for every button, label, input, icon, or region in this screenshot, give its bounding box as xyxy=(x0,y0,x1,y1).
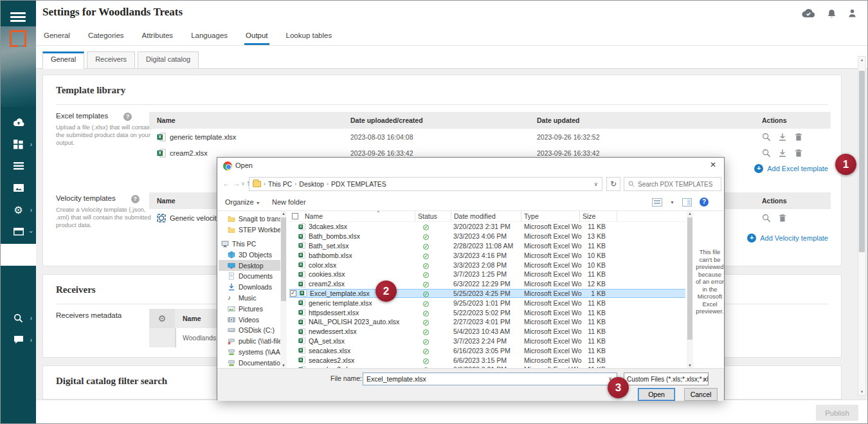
dialog-sidebar-desktop[interactable]: Desktop xyxy=(219,260,280,271)
sidebar-active-item[interactable] xyxy=(1,244,36,266)
content-scrollbar[interactable]: ▲ ▼ xyxy=(858,56,866,396)
file-row-bath-set-xlsx[interactable]: XBath_set.xlsx ✓ 2/28/2023 11:08 AM Micr… xyxy=(289,241,685,251)
dialog-sidebar-downloads[interactable]: Downloads xyxy=(219,282,280,293)
new-folder-button[interactable]: New folder xyxy=(272,198,306,206)
sidebar-item-image[interactable] xyxy=(1,177,36,199)
preview-template-icon[interactable] xyxy=(762,214,771,223)
notifications-bell-icon[interactable] xyxy=(827,8,836,19)
preview-template-icon[interactable] xyxy=(762,149,771,158)
sidebar-item-search[interactable]: › xyxy=(1,307,36,329)
file-checkbox[interactable] xyxy=(290,290,296,297)
file-type-select[interactable]: Custom Files (*.xls;*.xlsx;*.xlsm∨ xyxy=(624,373,709,385)
dialog-sidebar-documentation[interactable]: Documentation' xyxy=(219,357,280,368)
excel-template-row[interactable]: Xgeneric template.xlsx 2023-08-03 16:04:… xyxy=(149,129,831,145)
refresh-icon[interactable]: ↻ xyxy=(606,177,620,191)
delete-trash-icon[interactable] xyxy=(794,149,803,158)
sidebar-item-list[interactable] xyxy=(1,155,36,177)
tab-output[interactable]: Output xyxy=(244,27,269,45)
tab-attributes[interactable]: Attributes xyxy=(141,27,175,45)
dialog-help-icon[interactable]: ? xyxy=(700,198,709,207)
organize-menu[interactable]: Organize ▼ xyxy=(225,198,260,206)
sidebar-item-cloud-upload[interactable] xyxy=(1,111,36,133)
file-row-color-xlsx[interactable]: Xcolor.xlsx ✓ 3/3/2023 2:08 PM Microsoft… xyxy=(289,260,685,270)
date-updated: 2023-09-26 16:32:52 xyxy=(537,133,762,141)
user-profile-icon[interactable] xyxy=(847,8,857,19)
list-scrollbar[interactable]: ▲ ▼ xyxy=(687,211,693,368)
file-row-excel-template-xlsx[interactable]: XExcel_template.xlsx ✓ 5/25/2023 4:25 PM… xyxy=(289,289,685,299)
help-icon[interactable]: ? xyxy=(123,113,132,121)
dialog-sidebar-systems-aar[interactable]: systems (\\AAR- xyxy=(219,347,280,358)
file-row-seacakes2-xlsx[interactable]: Xseacakes2.xlsx ✓ 6/6/2023 3:15 PM Micro… xyxy=(289,355,685,365)
dialog-sidebar-pictures[interactable]: Pictures xyxy=(219,303,280,314)
breadcrumb-desktop[interactable]: Desktop xyxy=(299,180,324,188)
scrollbar-thumb[interactable] xyxy=(859,71,865,252)
dialog-sidebar-music[interactable]: ♪Music xyxy=(219,293,280,304)
add-excel-template-button[interactable]: + Add Excel template xyxy=(754,164,828,173)
file-row-bathbomb-xlsx[interactable]: Xbathbomb.xlsx ✓ 3/3/2023 4:16 PM Micros… xyxy=(289,250,685,260)
subtab-receivers[interactable]: Receivers xyxy=(87,51,135,68)
dialog-sidebar-this-pc[interactable]: This PC xyxy=(219,239,280,250)
dialog-sidebar-documents[interactable]: Documents xyxy=(219,271,280,282)
subtab-general[interactable]: General xyxy=(42,51,84,69)
file-row-generic-template-xlsx[interactable]: Xgeneric template.xlsx ✓ 9/25/2023 1:01 … xyxy=(289,298,685,308)
table-settings-gear-icon[interactable]: ⚙ xyxy=(149,309,175,328)
preview-pane-icon[interactable] xyxy=(682,198,692,207)
dialog-sidebar-step-workbench[interactable]: STEP Workbench xyxy=(219,225,280,235)
sidebar-scrollbar[interactable]: ▲ ▼ xyxy=(280,211,287,368)
add-velocity-template-button[interactable]: + Add Velocity template xyxy=(747,234,828,243)
dialog-sidebar-osdisk-c[interactable]: OSDisk (C:) xyxy=(219,325,280,336)
tab-general[interactable]: General xyxy=(42,27,71,45)
sidebar-item-dashboard-grid[interactable]: › xyxy=(1,133,36,155)
dialog-sidebar-snagit-to-transfe[interactable]: Snagit to transfe xyxy=(219,214,280,225)
file-name-input[interactable] xyxy=(363,373,617,385)
file-list-header[interactable]: Name⌃ Status Date modified Type Size xyxy=(289,211,685,222)
help-icon[interactable]: ? xyxy=(131,195,140,203)
delete-trash-icon[interactable] xyxy=(794,133,803,142)
file-row-cream2-xlsx[interactable]: Xcream2.xlsx ✓ 6/3/2022 12:29 PM Microso… xyxy=(289,279,685,289)
breadcrumb[interactable]: ›This PC ›Desktop ›PDX TEMPLATES ∨ xyxy=(249,177,602,191)
file-row-seacakes-xlsx[interactable]: Xseacakes.xlsx ✓ 6/16/2023 3:05 PM Micro… xyxy=(289,346,685,355)
cloud-check-icon[interactable] xyxy=(800,8,816,19)
delete-trash-icon[interactable] xyxy=(778,214,787,223)
file-row-nail-polish-2023-auto-xlsx[interactable]: XNAIL_POLISH 2023_auto.xlsx ✓ 2/27/2023 … xyxy=(289,317,685,327)
back-arrow-icon[interactable]: ← xyxy=(222,179,230,188)
file-row-newdessert-xlsx[interactable]: Xnewdessert.xlsx ✓ 5/4/2023 10:43 AM Mic… xyxy=(289,327,685,336)
tab-languages[interactable]: Languages xyxy=(190,27,229,45)
scrollbar-thumb[interactable] xyxy=(687,217,692,340)
sidebar-item-gear[interactable]: ⚙› xyxy=(1,199,36,221)
breadcrumb-this-pc[interactable]: This PC xyxy=(268,180,292,188)
cancel-button[interactable]: Cancel xyxy=(684,388,718,401)
subtab-digital-catalog[interactable]: Digital catalog xyxy=(138,51,199,68)
sidebar-item-chat[interactable]: › xyxy=(1,329,36,351)
view-options-chevron-icon[interactable]: ▼ xyxy=(670,200,674,205)
dialog-sidebar-public-atl-file[interactable]: public (\\atl-file xyxy=(219,336,280,347)
file-row-qa-set-xlsx[interactable]: XQA_set.xlsx ✓ 3/7/2023 2:24 PM Microsof… xyxy=(289,336,685,346)
file-name: newdessert.xlsx xyxy=(309,327,357,335)
close-icon[interactable]: ✕ xyxy=(710,160,716,169)
open-button[interactable]: Open xyxy=(638,388,675,401)
view-options-icon[interactable] xyxy=(652,198,662,207)
breadcrumb-pdx-templates[interactable]: PDX TEMPLATES xyxy=(331,180,386,188)
file-row-3dcakes-xlsx[interactable]: X3dcakes.xlsx ✓ 3/20/2023 2:31 PM Micros… xyxy=(289,222,685,232)
dialog-titlebar[interactable]: Open ✕ xyxy=(217,158,724,174)
forward-arrow-icon[interactable]: → xyxy=(233,179,240,188)
download-icon[interactable] xyxy=(778,149,787,158)
history-chevron-icon[interactable]: ∨ xyxy=(241,181,245,187)
search-input[interactable] xyxy=(638,181,714,188)
file-row-httpsdessert-xlsx[interactable]: Xhttpsdessert.xlsx ✓ 5/22/2023 5:02 PM M… xyxy=(289,308,685,317)
dialog-sidebar-3d-objects[interactable]: 3D Objects xyxy=(219,249,280,260)
preview-template-icon[interactable] xyxy=(762,133,771,142)
scrollbar-thumb[interactable] xyxy=(281,217,286,301)
file-row-bath-bombs-xlsx[interactable]: XBath_bombs.xlsx ✓ 3/3/2023 4:06 PM Micr… xyxy=(289,232,685,241)
address-dropdown-icon[interactable]: ∨ xyxy=(593,181,598,187)
hamburger-menu-icon[interactable] xyxy=(10,12,26,23)
dialog-sidebar-videos[interactable]: Videos xyxy=(219,314,280,325)
file-row-cookies-xlsx[interactable]: Xcookies.xlsx ✓ 3/7/2023 1:25 PM Microso… xyxy=(289,270,685,279)
tab-lookup-tables[interactable]: Lookup tables xyxy=(285,27,334,45)
tab-categories[interactable]: Categories xyxy=(87,27,125,45)
publish-button[interactable]: Publish xyxy=(816,405,858,421)
download-icon[interactable] xyxy=(778,133,787,142)
sidebar-item-panel[interactable]: › xyxy=(1,221,36,243)
search-box[interactable] xyxy=(624,177,721,191)
select-all-checkbox[interactable] xyxy=(292,213,298,219)
